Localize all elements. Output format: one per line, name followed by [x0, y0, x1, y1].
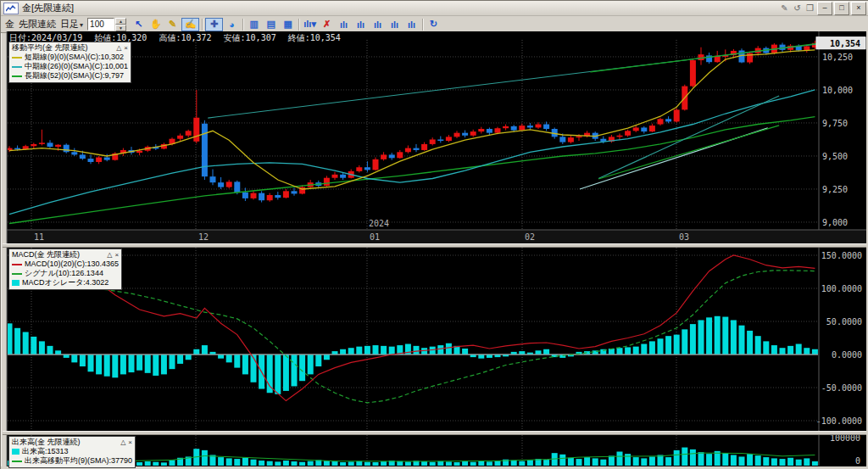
info-close: 終値:10,354: [288, 32, 341, 44]
volma-swatch: [12, 461, 22, 462]
svg-text:0.0000: 0.0000: [832, 350, 862, 360]
svg-text:10,000: 10,000: [822, 86, 853, 95]
sma9-label: 短期線(9)(0)(SMA)(C):10,302: [25, 53, 124, 62]
svg-text:150.0000: 150.0000: [821, 251, 862, 260]
macd-legend-title: MACD(金 先限連続): [12, 250, 80, 260]
legend-collapse-icon[interactable]: △: [120, 438, 125, 447]
oscillator-swatch: [12, 280, 19, 286]
macd-line-label: MACD(10)(20)(C):130.4365: [25, 260, 119, 269]
svg-text:9,500: 9,500: [822, 152, 848, 161]
svg-text:03: 03: [679, 232, 689, 242]
legend-close-icon[interactable]: ×: [124, 43, 128, 53]
svg-text:-50.0000: -50.0000: [821, 383, 862, 393]
svg-text:9,750: 9,750: [822, 119, 848, 128]
ma-legend: 移動平均(金 先限連続) △ × 短期線(9)(0)(SMA)(C):10,30…: [8, 42, 131, 83]
svg-text:11: 11: [34, 232, 44, 242]
svg-text:10,250: 10,250: [822, 53, 853, 62]
volma-label: 出来高移動平均(9)(SMA):37790: [25, 456, 132, 466]
info-high: 高値:10,372: [159, 32, 211, 44]
svg-text:02: 02: [525, 232, 535, 242]
svg-text:12: 12: [198, 232, 209, 242]
signal-line-label: シグナル(10):126.1344: [25, 269, 103, 278]
ma-legend-title: 移動平均(金 先限連続): [12, 43, 88, 53]
volume-legend: 出来高(金 先限連続) △ × 出来高:15313 出来高移動平均(9)(SMA…: [8, 436, 136, 468]
sma52-label: 長期線(52)(0)(SMA)(C):9,797: [25, 71, 124, 81]
svg-text:9,000: 9,000: [822, 218, 848, 227]
chart-app-window: 金[先限連続] ✎ ↺ ❐ – □ × 金 先限連続 日足 ▾ 100 ▲ ▼ …: [0, 0, 868, 469]
svg-text:9,250: 9,250: [822, 185, 848, 194]
sma26-swatch: [12, 66, 22, 68]
sma52-swatch: [12, 75, 22, 77]
svg-text:10,354: 10,354: [830, 39, 860, 48]
macd-legend: MACD(金 先限連続) △ × MACD(10)(20)(C):130.436…: [8, 248, 122, 290]
info-low: 安値:10,307: [224, 32, 276, 44]
sma9-swatch: [12, 57, 22, 59]
legend-collapse-icon[interactable]: △: [107, 250, 112, 260]
volume-label: 出来高:15313: [22, 447, 69, 456]
macd-line-swatch: [12, 264, 22, 265]
signal-line-swatch: [12, 273, 22, 275]
legend-close-icon[interactable]: ×: [128, 438, 132, 447]
svg-text:0: 0: [855, 456, 860, 466]
oscillator-label: MACDオシレータ:4.3022: [22, 278, 108, 288]
svg-text:-100.0000: -100.0000: [816, 416, 862, 426]
svg-text:01: 01: [370, 232, 380, 242]
svg-text:50.0000: 50.0000: [826, 317, 862, 327]
volume-legend-title: 出来高(金 先限連続): [12, 438, 81, 447]
legend-collapse-icon[interactable]: △: [116, 43, 121, 53]
sma26-label: 中期線(26)(0)(SMA)(C):10,001: [25, 62, 128, 71]
volume-swatch: [12, 449, 19, 455]
svg-text:100.0000: 100.0000: [821, 284, 862, 293]
legend-close-icon[interactable]: ×: [114, 250, 119, 260]
svg-text:2024: 2024: [369, 219, 389, 228]
